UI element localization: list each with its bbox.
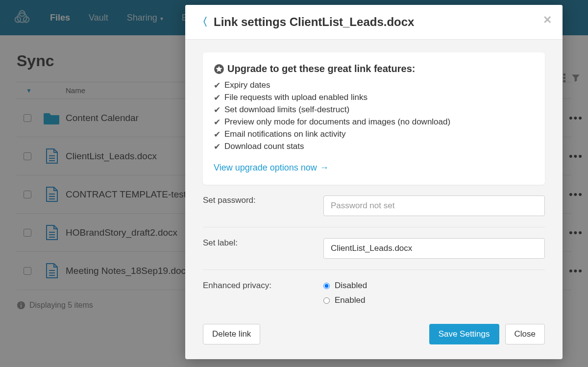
back-icon[interactable]: 〈 (197, 15, 208, 29)
label-label: Set label: (203, 238, 323, 248)
privacy-disabled-radio[interactable]: Disabled (323, 281, 367, 291)
save-settings-button[interactable]: Save Settings (429, 324, 499, 344)
upgrade-heading: Upgrade to get these great link features… (214, 63, 534, 74)
close-icon[interactable]: ✕ (543, 14, 552, 26)
check-icon: ✔ (214, 129, 220, 140)
upgrade-feature-item: ✔Preview only mode for documents and ima… (214, 117, 534, 127)
close-button[interactable]: Close (505, 324, 545, 344)
upgrade-feature-item: ✔Email notifications on link activity (214, 129, 534, 140)
password-input[interactable] (323, 196, 545, 216)
check-icon: ✔ (214, 80, 220, 91)
check-icon: ✔ (214, 117, 220, 127)
password-label: Set password: (203, 196, 323, 205)
check-icon: ✔ (214, 105, 220, 115)
upgrade-feature-item: ✔Expiry dates (214, 80, 534, 91)
star-icon (214, 64, 224, 74)
upgrade-card: Upgrade to get these great link features… (203, 52, 545, 185)
arrow-right-icon: → (320, 163, 329, 173)
check-icon: ✔ (214, 93, 220, 103)
upgrade-feature-item: ✔Set download limits (self-destruct) (214, 105, 534, 115)
check-icon: ✔ (214, 142, 220, 152)
modal-title: Link settings ClientList_Leads.docx (214, 15, 414, 29)
privacy-label: Enhanced privacy: (203, 281, 323, 291)
upgrade-feature-item: ✔File requests with upload enabled links (214, 93, 534, 103)
upgrade-feature-list: ✔Expiry dates✔File requests with upload … (214, 80, 534, 152)
delete-link-button[interactable]: Delete link (203, 324, 260, 344)
upgrade-feature-item: ✔Download count stats (214, 142, 534, 152)
upgrade-link[interactable]: View upgrade options now → (214, 163, 329, 173)
label-input[interactable] (323, 238, 545, 259)
modal-header: 〈 Link settings ClientList_Leads.docx ✕ (185, 5, 563, 40)
link-settings-modal: 〈 Link settings ClientList_Leads.docx ✕ … (185, 5, 563, 359)
privacy-enabled-radio[interactable]: Enabled (323, 295, 367, 305)
